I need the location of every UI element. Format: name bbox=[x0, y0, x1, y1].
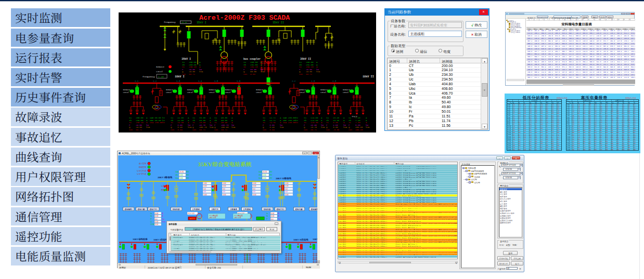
svg-text:Ic: Ic bbox=[263, 122, 265, 124]
svg-text:Ib: Ib bbox=[266, 215, 268, 217]
svg-text:0.00: 0.00 bbox=[263, 177, 266, 179]
svg-text:Uab: Uab bbox=[259, 171, 262, 173]
svg-text:Ib: Ib bbox=[304, 119, 306, 122]
svg-text:Ia: Ia bbox=[171, 117, 173, 119]
svg-text:进线编高2: 进线编高2 bbox=[310, 207, 317, 210]
svg-text:Kvar: Kvar bbox=[162, 221, 166, 223]
svg-text:13.40: 13.40 bbox=[333, 117, 340, 119]
svg-text:200.00: 200.00 bbox=[306, 61, 314, 63]
svg-text:Ib: Ib bbox=[299, 64, 302, 66]
svg-text:Local: Local bbox=[209, 91, 215, 94]
svg-text:KV: KV bbox=[187, 171, 189, 173]
svg-text:10KV母线检修: 10KV母线检修 bbox=[133, 237, 148, 241]
svg-text:远方控制: 远方控制 bbox=[139, 162, 147, 165]
svg-text:主变进线1: 主变进线1 bbox=[192, 207, 200, 210]
svg-text:Uca: Uca bbox=[175, 177, 178, 179]
svg-text:124.80: 124.80 bbox=[311, 119, 318, 122]
svg-text:0.00: 0.00 bbox=[223, 182, 226, 184]
svg-text:信号已投退: 信号已投退 bbox=[137, 169, 146, 171]
svg-text:UAB 80.00 kV: UAB 80.00 kV bbox=[150, 117, 165, 119]
svg-text:90.30: 90.30 bbox=[221, 119, 228, 122]
svg-text:Kw: Kw bbox=[278, 218, 281, 220]
svg-text:3.46: 3.46 bbox=[177, 126, 183, 128]
svg-text:Remote: Remote bbox=[320, 89, 328, 91]
svg-text:Local: Local bbox=[225, 91, 231, 94]
svg-text:进线开关2: 进线开关2 bbox=[276, 207, 285, 210]
svg-text:COS: COS bbox=[349, 129, 353, 131]
svg-text:0.0: 0.0 bbox=[155, 218, 158, 220]
svg-text:230.06: 230.06 bbox=[136, 119, 144, 122]
svg-text:0.80: 0.80 bbox=[355, 124, 360, 126]
svg-text:Remote: Remote bbox=[225, 89, 233, 91]
svg-text:44.80: 44.80 bbox=[177, 119, 184, 122]
svg-text:0.00: 0.00 bbox=[155, 212, 158, 214]
svg-text:88.72: 88.72 bbox=[311, 129, 317, 131]
svg-text:3.89: 3.89 bbox=[269, 129, 275, 131]
svg-text:kVA: kVA bbox=[261, 71, 265, 73]
svg-text:Ib: Ib bbox=[171, 119, 173, 122]
svg-text:29.58: 29.58 bbox=[136, 124, 143, 126]
svg-text:Ib: Ib bbox=[150, 215, 152, 217]
svg-text:Ia: Ia bbox=[150, 212, 152, 214]
svg-text:COS: COS bbox=[263, 129, 267, 131]
svg-text:3.46: 3.46 bbox=[269, 126, 275, 128]
svg-text:kW: kW bbox=[280, 124, 282, 126]
svg-text:kVA: kVA bbox=[321, 126, 325, 128]
svg-text:236.10: 236.10 bbox=[189, 66, 197, 68]
svg-text:1-5: 1-5 bbox=[214, 80, 218, 82]
svg-text:COS: COS bbox=[299, 73, 303, 75]
svg-text:0.00: 0.00 bbox=[253, 193, 256, 195]
svg-text:234.10: 234.10 bbox=[250, 66, 258, 68]
svg-text:Ic: Ic bbox=[304, 122, 306, 124]
svg-text:A统 11.00: A统 11.00 bbox=[209, 216, 216, 218]
svg-text:kW: kW bbox=[188, 124, 190, 126]
svg-text:0.00: 0.00 bbox=[286, 193, 289, 195]
svg-text:408.90: 408.90 bbox=[221, 126, 229, 128]
svg-text:3.65: 3.65 bbox=[177, 124, 183, 126]
svg-text:88.72: 88.72 bbox=[306, 73, 313, 75]
svg-text:Ia: Ia bbox=[326, 117, 329, 119]
svg-text:COS: COS bbox=[129, 129, 133, 131]
svg-text:1-4: 1-4 bbox=[198, 80, 202, 82]
svg-text:33.30: 33.30 bbox=[199, 117, 206, 119]
svg-text:空变压: 空变压 bbox=[352, 115, 357, 118]
svg-text:88.90: 88.90 bbox=[250, 69, 257, 71]
svg-text:信号文投退: 信号文投退 bbox=[137, 172, 146, 175]
svg-text:0.0: 0.0 bbox=[286, 191, 288, 193]
svg-text:Local: Local bbox=[299, 91, 305, 94]
svg-text:母线设备2: 母线设备2 bbox=[263, 207, 272, 210]
svg-text:kW: kW bbox=[199, 69, 202, 71]
svg-text:0.0: 0.0 bbox=[253, 188, 256, 190]
svg-text:1-1: 1-1 bbox=[135, 80, 139, 82]
svg-text:Local: Local bbox=[123, 91, 130, 94]
svg-text:Ufc: Ufc bbox=[259, 174, 261, 176]
svg-text:20.30: 20.30 bbox=[263, 171, 267, 173]
svg-text:kW: kW bbox=[343, 124, 346, 126]
svg-text:Uca: Uca bbox=[259, 177, 262, 179]
svg-text:20KV II路母线: 20KV II路母线 bbox=[276, 177, 291, 180]
svg-text:Local: Local bbox=[343, 91, 349, 94]
svg-text:Ia: Ia bbox=[129, 117, 132, 119]
svg-text:1-6: 1-6 bbox=[237, 80, 241, 82]
svg-text:33.30: 33.30 bbox=[199, 119, 206, 122]
svg-text:高压开: 高压开 bbox=[258, 217, 264, 219]
svg-text:0.00: 0.00 bbox=[204, 182, 207, 184]
svg-text:0.0: 0.0 bbox=[223, 191, 226, 193]
svg-text:10kV I: 10kV I bbox=[175, 75, 185, 78]
svg-text:Kw: Kw bbox=[162, 218, 165, 220]
svg-text:Local: Local bbox=[256, 91, 262, 94]
svg-text:14.72: 14.72 bbox=[269, 119, 276, 122]
svg-text:Local: Local bbox=[156, 70, 163, 73]
svg-text:Q: Q bbox=[150, 221, 152, 223]
svg-text:88.72: 88.72 bbox=[221, 129, 228, 131]
svg-text:88.72: 88.72 bbox=[136, 129, 143, 131]
svg-text:1-3: 1-3 bbox=[176, 80, 181, 82]
svg-text:Ib: Ib bbox=[129, 119, 132, 122]
svg-text:44.80: 44.80 bbox=[177, 117, 184, 119]
svg-text:Ia: Ia bbox=[266, 212, 268, 214]
svg-text:0.0: 0.0 bbox=[204, 188, 207, 190]
svg-text:kVA: kVA bbox=[231, 126, 236, 128]
svg-text:Ib: Ib bbox=[326, 119, 329, 122]
svg-text:Remote: Remote bbox=[166, 89, 173, 91]
svg-text:kW: kW bbox=[146, 124, 149, 126]
